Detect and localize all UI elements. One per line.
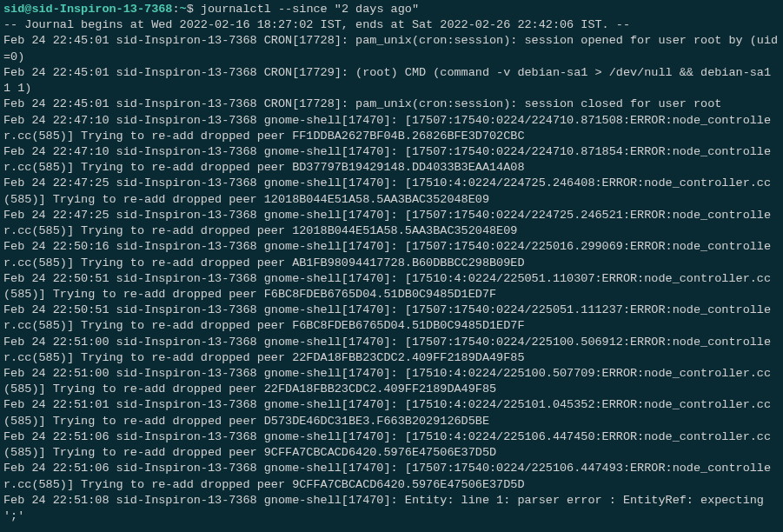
log-line: Feb 24 22:47:10 sid-Inspiron-13-7368 gno… bbox=[3, 114, 771, 143]
prompt-sep2: $ bbox=[187, 3, 201, 16]
log-line: Feb 24 22:45:01 sid-Inspiron-13-7368 CRO… bbox=[3, 34, 778, 63]
log-line: Feb 24 22:45:01 sid-Inspiron-13-7368 CRO… bbox=[3, 97, 721, 110]
prompt-sep1: : bbox=[172, 3, 179, 16]
log-line: Feb 24 22:51:00 sid-Inspiron-13-7368 gno… bbox=[3, 367, 771, 396]
command-text: journalctl --since "2 days ago" bbox=[201, 3, 419, 16]
log-line: Feb 24 22:47:25 sid-Inspiron-13-7368 gno… bbox=[3, 209, 771, 237]
log-line: Feb 24 22:50:51 sid-Inspiron-13-7368 gno… bbox=[3, 303, 771, 332]
log-line: Feb 24 22:47:10 sid-Inspiron-13-7368 gno… bbox=[3, 145, 771, 174]
log-line: Feb 24 22:50:16 sid-Inspiron-13-7368 gno… bbox=[3, 240, 771, 269]
log-line: Feb 24 22:51:06 sid-Inspiron-13-7368 gno… bbox=[3, 462, 771, 490]
log-line: Feb 24 22:47:25 sid-Inspiron-13-7368 gno… bbox=[3, 176, 771, 205]
log-line: Feb 24 22:51:01 sid-Inspiron-13-7368 gno… bbox=[3, 398, 771, 427]
prompt-path: ~ bbox=[180, 3, 187, 16]
log-line: Feb 24 22:50:51 sid-Inspiron-13-7368 gno… bbox=[3, 272, 771, 301]
prompt-user-host: sid@sid-Inspiron-13-7368 bbox=[3, 3, 172, 16]
log-line: Feb 24 22:45:01 sid-Inspiron-13-7368 CRO… bbox=[3, 66, 778, 95]
log-line: Feb 24 22:51:00 sid-Inspiron-13-7368 gno… bbox=[3, 336, 771, 364]
log-line: Feb 24 22:51:06 sid-Inspiron-13-7368 gno… bbox=[3, 430, 771, 459]
log-line: Feb 24 22:51:08 sid-Inspiron-13-7368 gno… bbox=[3, 494, 771, 522]
journal-header: -- Journal begins at Wed 2022-02-16 18:2… bbox=[3, 18, 630, 31]
terminal-output[interactable]: sid@sid-Inspiron-13-7368:~$ journalctl -… bbox=[3, 2, 780, 524]
